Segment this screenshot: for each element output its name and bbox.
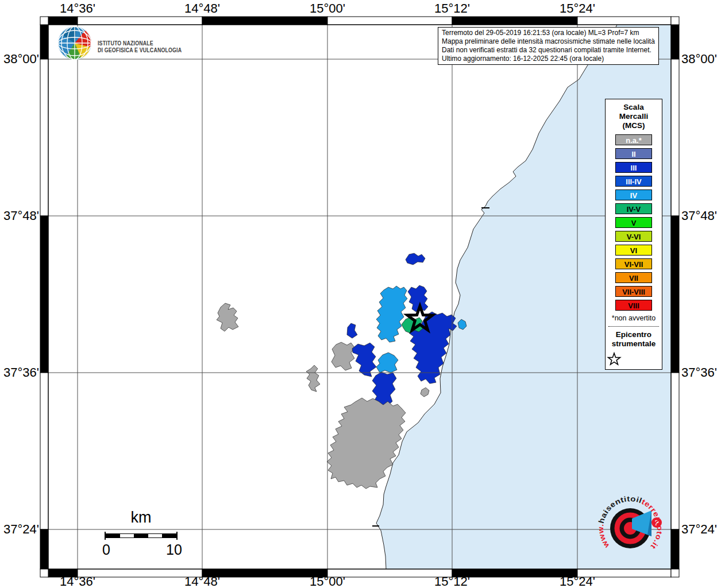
ingv-logo-icon bbox=[57, 25, 92, 61]
hsit-intensity-map-page: 14°36'14°48'15°00'15°12'15°24' 14°36'14°… bbox=[0, 0, 721, 588]
scalebar-start-label: 0 bbox=[95, 541, 118, 558]
legend-intensity-scale: n.a.*IIIIIIII-IVIVIV-VVV-VIVIVI-VIIVIIVI… bbox=[606, 134, 662, 311]
scalebar-tick-end bbox=[176, 532, 178, 540]
scalebar-tick-start bbox=[105, 532, 106, 540]
legend-item-ii: II bbox=[615, 148, 652, 159]
legend-item-iv-v: IV-V bbox=[615, 203, 652, 214]
legend-title: Scala Mercalli (MCS) bbox=[606, 103, 662, 130]
scalebar-end-label: 10 bbox=[163, 541, 186, 558]
legend-item-iv: IV bbox=[615, 189, 652, 200]
legend-divider bbox=[608, 326, 659, 327]
ingv-name-line2: DI GEOFISICA E VULCANOLOGIA bbox=[98, 47, 182, 54]
legend-item-iii-iv: III-IV bbox=[615, 176, 652, 187]
info-line-map: Mappa preliminare delle intensità macros… bbox=[442, 37, 655, 46]
info-line-data: Dati non verificati estratti da 32 quest… bbox=[442, 46, 655, 55]
legend-item-v: V bbox=[615, 217, 652, 228]
scalebar bbox=[105, 533, 177, 538]
legend-footnote: *non avvertito bbox=[606, 314, 662, 322]
legend-item-vi: VI bbox=[615, 245, 652, 256]
legend-item-vii: VII bbox=[615, 272, 652, 283]
legend-item-vi-vii: VI-VII bbox=[615, 258, 652, 269]
legend-item-n-a-: n.a.* bbox=[615, 134, 652, 145]
legend-item-viii: VIII bbox=[615, 300, 652, 311]
info-line-event: Terremoto del 29-05-2019 16:21:53 (ora l… bbox=[442, 29, 655, 37]
info-line-updated: Ultimo aggiornamento: 16-12-2025 22:45 (… bbox=[442, 55, 655, 63]
legend-item-vii-viii: VII-VIII bbox=[615, 286, 652, 297]
legend-item-v-vi: V-VI bbox=[615, 231, 652, 242]
ingv-wordmark: ISTITUTO NAZIONALE DI GEOFISICA E VULCAN… bbox=[98, 40, 182, 54]
legend-epicenter-title: Epicentro strumentale bbox=[606, 330, 662, 349]
epicenter-star-icon bbox=[606, 351, 623, 368]
earthquake-info-box: Terremoto del 29-05-2019 16:21:53 (ora l… bbox=[438, 27, 659, 65]
ingv-name-line1: ISTITUTO NAZIONALE bbox=[98, 40, 182, 47]
legend-item-iii: III bbox=[615, 162, 652, 173]
haisentito-logo: ? www.haisentitoilterremoto.it bbox=[597, 495, 666, 564]
mcs-legend: Scala Mercalli (MCS) n.a.*IIIIIIII-IVIVI… bbox=[605, 99, 662, 370]
scalebar-unit-label: km bbox=[105, 509, 177, 527]
